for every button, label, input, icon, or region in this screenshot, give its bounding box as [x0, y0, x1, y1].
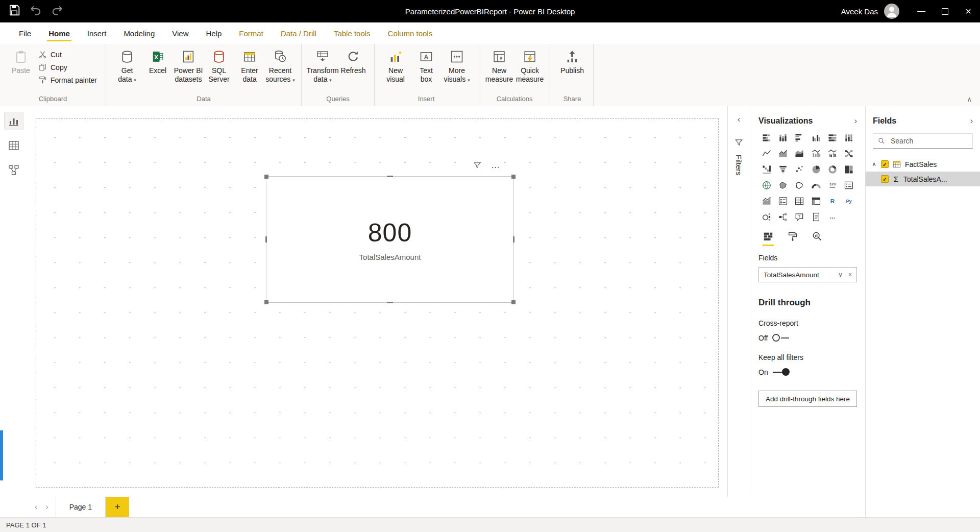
viz-type-stacked-area-chart[interactable]: [794, 148, 805, 159]
resize-handle[interactable]: [265, 236, 267, 243]
viz-type-more-visuals[interactable]: …: [827, 211, 838, 223]
sidebar-report-view-button[interactable]: [5, 112, 23, 130]
resize-handle[interactable]: [511, 175, 516, 179]
viz-type-100-stacked-column-chart[interactable]: [843, 132, 854, 143]
viz-type-slicer[interactable]: [777, 196, 789, 207]
excel-button[interactable]: XExcel: [142, 47, 173, 77]
viz-type-matrix[interactable]: [811, 196, 822, 207]
undo-button[interactable]: [29, 4, 43, 18]
search-box[interactable]: [873, 133, 973, 149]
collapse-visualizations-icon[interactable]: ›: [854, 116, 857, 126]
viz-type-clustered-column-chart[interactable]: [811, 132, 822, 143]
field-dropdown-icon[interactable]: ∨: [838, 271, 843, 278]
viz-type-key-influencers[interactable]: [761, 211, 772, 223]
page-tab[interactable]: Page 1: [56, 497, 106, 517]
viz-type-table[interactable]: [794, 196, 805, 207]
visual-filter-icon[interactable]: [473, 161, 482, 170]
previous-page-icon[interactable]: ‹: [35, 502, 37, 512]
copy-button[interactable]: Copy: [38, 63, 67, 71]
menu-tab-help[interactable]: Help: [198, 22, 231, 44]
resize-handle[interactable]: [387, 302, 393, 303]
get-data-button[interactable]: Getdata ▾: [112, 47, 142, 87]
viz-pane-analytics-tab[interactable]: [812, 231, 823, 246]
sql-server-button[interactable]: SQLServer: [204, 47, 234, 86]
collapse-ribbon-icon[interactable]: ∧: [967, 95, 972, 103]
sidebar-data-view-button[interactable]: [5, 137, 23, 154]
checkbox-checked[interactable]: ✓: [881, 175, 889, 183]
viz-type-map[interactable]: [761, 180, 772, 191]
viz-type-pie-chart[interactable]: [811, 164, 822, 175]
viz-type-donut-chart[interactable]: [827, 164, 838, 175]
visual-more-options-icon[interactable]: …: [491, 160, 500, 171]
menu-tab-file[interactable]: File: [10, 22, 40, 44]
menu-tab-data-drill[interactable]: Data / Drill: [272, 22, 325, 44]
resize-handle[interactable]: [511, 300, 516, 304]
viz-type-card[interactable]: 123: [827, 180, 838, 191]
redo-button[interactable]: [50, 4, 64, 18]
resize-handle[interactable]: [387, 176, 393, 177]
cut-button[interactable]: Cut: [38, 50, 62, 59]
fields-table-row[interactable]: ∧✓FactSales: [866, 157, 980, 172]
menu-tab-table-tools[interactable]: Table tools: [325, 22, 379, 44]
new-measure-button[interactable]: #Newmeasure: [484, 47, 514, 86]
viz-type-funnel-chart[interactable]: [777, 164, 789, 175]
filters-pane-collapsed[interactable]: ‹ Filters: [727, 106, 750, 517]
viz-type-paginated-report[interactable]: [811, 211, 822, 223]
menu-tab-format[interactable]: Format: [230, 22, 272, 44]
viz-pane-format-tab[interactable]: [787, 231, 798, 246]
viz-type-treemap[interactable]: [843, 164, 854, 175]
viz-type-line-and-clustered-column-chart[interactable]: [827, 148, 838, 159]
viz-type-clustered-bar-chart[interactable]: [794, 132, 805, 143]
viz-type-python-visual[interactable]: Py: [843, 196, 854, 207]
refresh-button[interactable]: Refresh: [338, 47, 369, 77]
resize-handle[interactable]: [264, 300, 268, 304]
report-canvas[interactable]: … 800 TotalSalesAmount: [28, 106, 727, 497]
publish-button[interactable]: Publish: [557, 47, 587, 77]
resize-handle[interactable]: [264, 175, 268, 179]
search-input[interactable]: [890, 136, 968, 146]
viz-type-shape-map[interactable]: [794, 180, 805, 191]
new-visual-button[interactable]: Newvisual: [380, 47, 411, 86]
viz-type-q-and-a[interactable]: ?: [794, 211, 805, 223]
paste-button[interactable]: Paste: [6, 47, 36, 77]
avatar[interactable]: [884, 4, 899, 19]
collapse-fields-icon[interactable]: ›: [970, 116, 973, 126]
cross-report-toggle[interactable]: [772, 334, 791, 342]
collapse-table-icon[interactable]: ∧: [871, 161, 877, 167]
viz-type-area-chart[interactable]: [777, 148, 789, 159]
transform-data-button[interactable]: Transformdata ▾: [307, 47, 338, 87]
viz-type-line-chart[interactable]: [761, 148, 772, 159]
format-painter-button[interactable]: Format painter: [38, 76, 97, 84]
viz-type-decomposition-tree[interactable]: [777, 211, 789, 223]
viz-type-kpi[interactable]: [761, 196, 772, 207]
viz-type-stacked-column-chart[interactable]: [777, 132, 789, 143]
menu-tab-home[interactable]: Home: [40, 22, 79, 44]
viz-type-line-and-stacked-column-chart[interactable]: [811, 148, 822, 159]
card-visual[interactable]: … 800 TotalSalesAmount: [266, 176, 514, 303]
next-page-icon[interactable]: ›: [45, 502, 48, 512]
viz-type-stacked-bar-chart[interactable]: [761, 132, 772, 143]
menu-tab-column-tools[interactable]: Column tools: [379, 22, 442, 44]
maximize-button[interactable]: [933, 0, 957, 22]
menu-tab-modeling[interactable]: Modeling: [115, 22, 163, 44]
viz-type-100-stacked-bar-chart[interactable]: [827, 132, 838, 143]
power-bi-datasets-button[interactable]: Power BIdatasets: [173, 47, 204, 86]
close-button[interactable]: ×: [957, 0, 980, 22]
viz-type-scatter-chart[interactable]: [794, 164, 805, 175]
viz-type-filled-map[interactable]: [777, 180, 789, 191]
save-button[interactable]: [7, 4, 21, 18]
quick-measure-button[interactable]: Quickmeasure: [514, 47, 545, 86]
account-name[interactable]: Aveek Das: [841, 7, 878, 16]
field-well[interactable]: TotalSalesAmount ∨ ×: [758, 267, 857, 282]
remove-field-icon[interactable]: ×: [848, 271, 852, 278]
viz-type-r-script-visual[interactable]: R: [827, 196, 838, 207]
minimize-button[interactable]: —: [910, 0, 933, 22]
text-box-button[interactable]: ATextbox: [411, 47, 442, 86]
viz-type-ribbon-chart[interactable]: [843, 148, 854, 159]
viz-type-waterfall-chart[interactable]: [761, 164, 772, 175]
drill-through-dropzone[interactable]: Add drill-through fields here: [758, 391, 857, 407]
more-visuals-button[interactable]: Morevisuals ▾: [442, 47, 472, 87]
viz-pane-fields-tab[interactable]: [763, 231, 774, 246]
report-page[interactable]: … 800 TotalSalesAmount: [36, 118, 719, 488]
fields-field-row[interactable]: ✓ΣTotalSalesA...: [866, 172, 980, 186]
